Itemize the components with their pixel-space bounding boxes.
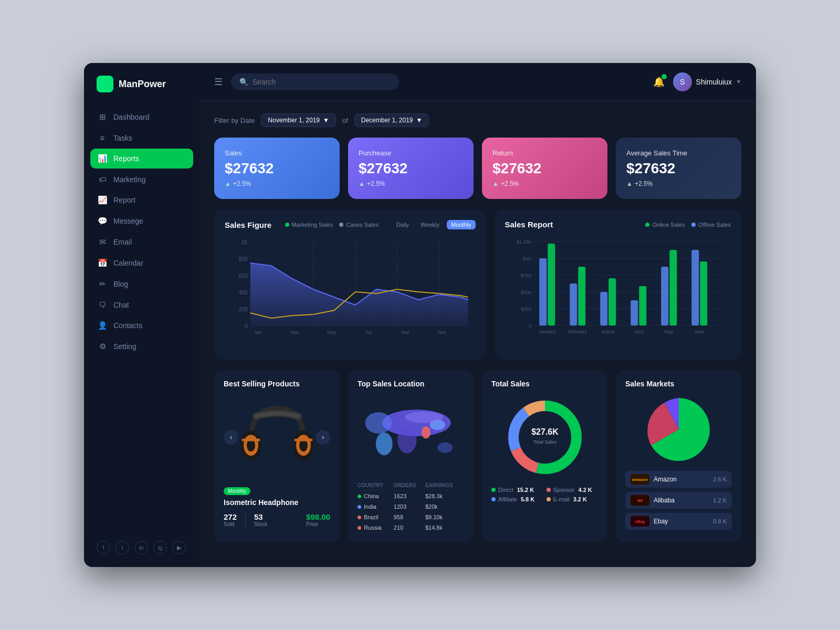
search-input[interactable] [253,78,391,86]
carousel-prev-button[interactable]: ‹ [224,430,238,445]
sidebar-item-label: Calendar [113,259,143,267]
sidebar-item-dashboard[interactable]: ⊞ Dashboard [90,107,193,127]
user-info[interactable]: S Shimuluiux ▼ [673,72,741,91]
chevron-down-icon: ▼ [736,79,741,85]
charts-row: Sales Figure Marketing Sales Cases Sales [214,209,741,360]
menu-button[interactable]: ☰ [214,76,223,88]
stat-change: ▲ +2.5% [626,180,731,187]
youtube-icon[interactable]: ▶ [172,541,186,554]
stat-title: Average Sales Time [626,149,731,157]
legend-cases-sales: Cases Sales [339,222,379,228]
stat-value: $27632 [626,160,731,177]
best-selling-title: Best Selling Products [224,380,330,388]
donut-container: $27.6K Total Sales [491,395,598,479]
legend-direct: Direct 15.2 K [491,487,543,493]
svg-rect-47 [691,250,699,326]
twitter-icon[interactable]: t [116,541,129,554]
notification-button[interactable]: 🔔 [653,76,665,88]
sidebar-item-label: Messege [113,217,143,225]
svg-text:0: 0 [529,323,531,329]
search-bar[interactable]: 🔍 [231,74,399,90]
product-name: Isometric Headphone [224,498,330,507]
legend-online-sales: Online Sales [645,222,685,228]
sidebar-item-report[interactable]: 📈 Report [90,190,193,210]
price-label: Price [306,521,330,527]
carousel-next-button[interactable]: › [316,430,330,445]
amazon-logo: amazon [631,474,649,485]
linkedin-icon[interactable]: in [134,541,148,554]
sidebar-item-chat[interactable]: 🗨 Chat [90,295,193,314]
svg-point-67 [437,443,453,453]
sidebar-item-reports[interactable]: 📊 Reports [90,149,193,169]
sales-legend: Direct 15.2 K Sponsor 4.2 K Affiliate 5.… [491,487,598,502]
tab-monthly[interactable]: Monthly [447,220,476,229]
orders-header: ORDERS [394,480,425,491]
table-row: India 1203 $20k [358,501,464,512]
sidebar-item-tasks[interactable]: ≡ Tasks [90,128,193,148]
sidebar-item-message[interactable]: 💬 Messege [90,211,193,231]
svg-rect-38 [548,244,555,326]
sidebar: ManPower ⊞ Dashboard ≡ Tasks 📊 Reports 🏷… [84,63,200,567]
legend-offline-sales: Offline Sales [691,222,731,228]
svg-text:Nov: Nov [438,330,447,335]
stat-card-return: Return $27632 ▲ +2.5% [482,138,607,199]
pie-chart-svg [645,395,713,464]
reports-icon: 📊 [98,154,107,163]
sidebar-item-email[interactable]: ✉ Email [90,232,193,252]
tab-weekly[interactable]: Weekly [416,220,444,229]
svg-text:Jul: Jul [365,330,372,335]
facebook-icon[interactable]: f [97,541,110,554]
market-item-ebay: eBay Ebay 0.8 K [625,513,732,530]
sidebar-item-setting[interactable]: ⚙ Setting [90,337,193,356]
svg-rect-41 [600,292,607,326]
arrow-up-icon: ▲ [626,180,633,187]
svg-rect-40 [578,267,585,326]
svg-point-62 [397,427,416,454]
table-row: Brazil 958 $9.10k [358,512,464,522]
message-icon: 💬 [98,216,107,226]
svg-text:March: March [601,329,614,334]
app-container: ManPower ⊞ Dashboard ≡ Tasks 📊 Reports 🏷… [84,63,756,567]
amazon-value: 2.6 K [713,476,727,482]
amazon-name: Amazon [654,476,709,483]
svg-text:600: 600 [239,273,248,279]
legend-dot [339,223,343,227]
svg-text:June: June [694,329,705,334]
sidebar-item-contacts[interactable]: 👤 Contacts [90,316,193,335]
stat-title: Sales [225,149,329,157]
alibaba-name: Alibaba [654,497,709,504]
email-icon: ✉ [98,237,107,247]
product-badge: Monthly [224,487,250,495]
ebay-name: Ebay [654,518,709,525]
tab-daily[interactable]: Daily [392,220,413,229]
legend-dot [645,223,649,227]
sidebar-logo: ManPower [84,76,200,107]
stat-card-purchase: Purchease $27632 ▲ +2.5% [348,138,474,199]
svg-text:$1.25K: $1.25K [516,239,531,245]
sidebar-item-label: Blog [113,280,128,288]
sidebar-item-label: Chat [113,301,129,309]
svg-text:May: May [664,329,674,334]
instagram-icon[interactable]: ig [153,541,167,554]
sidebar-item-blog[interactable]: ✏ Blog [90,274,193,294]
svg-rect-45 [661,267,668,326]
svg-text:$500: $500 [521,290,531,295]
filter-date-from[interactable]: November 1, 2019 ▼ [261,113,336,127]
sidebar-item-marketing[interactable]: 🏷 Marketing [90,170,193,189]
chart-title: Sales Report [505,220,553,229]
sidebar-item-calendar[interactable]: 📅 Calendar [90,253,193,273]
filter-date-to[interactable]: December 1, 2019 ▼ [354,113,429,127]
stat-title: Return [492,149,597,157]
svg-text:$27.6K: $27.6K [531,427,559,436]
product-price-stat: $98.00 Price [306,512,330,527]
arrow-up-icon: ▲ [359,180,365,187]
sidebar-item-label: Report [113,196,135,204]
chevron-down-icon: ▼ [323,117,329,124]
svg-text:800: 800 [239,256,248,262]
dashboard-body: Filter by Date November 1, 2019 ▼ of Dec… [200,101,756,567]
marketing-icon: 🏷 [98,175,107,184]
svg-rect-46 [669,250,677,326]
svg-text:Jan: Jan [255,330,262,335]
stat-value: $27632 [225,160,329,177]
sales-figure-chart: Sales Figure Marketing Sales Cases Sales [214,209,486,360]
